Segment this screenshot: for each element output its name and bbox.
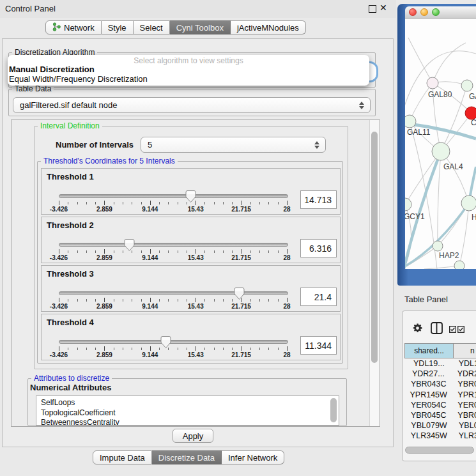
threshold-label: Threshold 4 bbox=[47, 318, 94, 327]
tab-style[interactable]: Style bbox=[102, 20, 134, 35]
gear-icon[interactable] bbox=[412, 323, 423, 336]
numerical-attributes-list[interactable]: SelfLoopsTopologicalCoefficientBetweenne… bbox=[36, 395, 339, 426]
slider-tick bbox=[259, 348, 260, 350]
threshold-slider-track[interactable] bbox=[59, 291, 288, 295]
threshold-slider-thumb[interactable] bbox=[234, 287, 245, 300]
network-node[interactable] bbox=[465, 107, 476, 119]
apply-button[interactable]: Apply bbox=[173, 429, 213, 443]
table-data-combobox[interactable]: galFiltered.sif default node bbox=[13, 97, 371, 113]
threshold-slider-track[interactable] bbox=[59, 340, 288, 344]
threshold-value-field[interactable]: 21.4 bbox=[300, 288, 337, 306]
slider-tick bbox=[232, 250, 233, 253]
slider-tick bbox=[123, 299, 123, 302]
slider-tick bbox=[168, 202, 169, 204]
minimize-traffic-light[interactable] bbox=[420, 8, 428, 16]
network-node[interactable] bbox=[454, 261, 464, 269]
cell-shared-name: YPR145W bbox=[404, 390, 452, 399]
slider-tick bbox=[196, 249, 196, 254]
slider-tick bbox=[214, 299, 215, 302]
table-row[interactable]: YER054CYER0 bbox=[404, 400, 476, 410]
slider-tick bbox=[86, 348, 87, 350]
network-node[interactable] bbox=[405, 115, 416, 128]
threshold-slider-thumb[interactable] bbox=[124, 238, 135, 252]
slider-tick bbox=[104, 298, 105, 302]
algorithm-hint: Select algorithm to view settings bbox=[8, 56, 369, 65]
slider-tick-label: 9.144 bbox=[142, 303, 158, 310]
slider-tick bbox=[159, 250, 160, 253]
slider-tick bbox=[132, 348, 132, 350]
threshold-value-field[interactable]: 14.713 bbox=[300, 190, 337, 209]
network-node[interactable] bbox=[461, 196, 476, 211]
float-window-icon[interactable] bbox=[369, 5, 376, 13]
slider-tick bbox=[178, 348, 178, 350]
tab-select[interactable]: Select bbox=[134, 20, 170, 35]
attributes-list-scrollbar-thumb[interactable] bbox=[330, 398, 337, 422]
tab-cyni-toolbox[interactable]: Cyni Toolbox bbox=[170, 20, 231, 35]
slider-tick-label: 28 bbox=[283, 351, 290, 358]
network-node[interactable] bbox=[432, 142, 450, 160]
slider-tick-label: 21.715 bbox=[231, 351, 251, 358]
threshold-value-field[interactable]: 6.316 bbox=[300, 239, 337, 257]
table-row[interactable]: YBL079WYBL0 bbox=[404, 420, 476, 431]
slider-tick bbox=[123, 202, 123, 204]
table-row[interactable]: YLR345WYLR3 bbox=[404, 431, 476, 440]
checkbox-icon[interactable] bbox=[449, 324, 456, 335]
slider-tick bbox=[59, 201, 59, 205]
network-node[interactable] bbox=[433, 241, 443, 251]
table-row[interactable]: YPR145WYPR1 bbox=[404, 390, 476, 400]
vertical-scrollbar[interactable] bbox=[369, 120, 380, 426]
table-row[interactable]: YBR045CYBR0 bbox=[404, 410, 476, 420]
attribute-list-item[interactable]: SelfLoops bbox=[41, 398, 339, 408]
threshold-slider-track[interactable] bbox=[59, 194, 288, 198]
table-header-name[interactable]: n bbox=[454, 343, 476, 358]
slider-tick-label: 28 bbox=[283, 303, 290, 310]
tab-jactivemnodules[interactable]: jActiveMNodules bbox=[231, 20, 306, 35]
split-columns-icon[interactable] bbox=[430, 321, 443, 337]
network-window-titlebar bbox=[405, 6, 476, 19]
combobox-arrows-icon bbox=[314, 141, 319, 149]
slider-tick-label: 21.715 bbox=[231, 206, 251, 213]
slider-tick bbox=[86, 202, 87, 204]
zoom-traffic-light[interactable] bbox=[432, 8, 440, 16]
table-panel-title: Table Panel bbox=[404, 295, 448, 304]
slider-tick bbox=[287, 298, 288, 302]
tab-impute-data[interactable]: Impute Data bbox=[93, 450, 152, 464]
network-canvas[interactable]: GAL80GACGAL11GAL4GCY1HHAP2 bbox=[405, 19, 476, 269]
tab-discretize-data[interactable]: Discretize Data bbox=[152, 450, 222, 464]
slider-tick bbox=[223, 299, 224, 302]
table-row[interactable]: YDR27...YDR2 bbox=[404, 369, 476, 379]
tab-infer-network[interactable]: Infer Network bbox=[222, 450, 284, 464]
cell-shared-name: YDR27... bbox=[404, 369, 452, 378]
table-row[interactable]: YDL19...YDL1 bbox=[404, 358, 476, 369]
slider-tick bbox=[77, 250, 78, 253]
slider-tick bbox=[178, 202, 178, 204]
slider-tick bbox=[68, 348, 68, 350]
algorithm-option-equal-width[interactable]: Equal Width/Frequency Discretization bbox=[9, 74, 148, 84]
network-node[interactable] bbox=[461, 80, 473, 91]
vertical-scrollbar-thumb[interactable] bbox=[371, 132, 378, 363]
algorithm-dropdown-popup: Select algorithm to view settings Manual… bbox=[8, 55, 369, 86]
attribute-list-item[interactable]: BetweennessCentrality bbox=[41, 418, 339, 426]
horizontal-scrollbar-thumb[interactable] bbox=[405, 447, 474, 454]
threshold-slider-thumb[interactable] bbox=[185, 190, 196, 203]
close-traffic-light[interactable] bbox=[409, 8, 417, 16]
close-icon[interactable]: ✕ bbox=[380, 3, 387, 13]
table-row[interactable]: YBR043CYBR0 bbox=[404, 379, 476, 389]
threshold-value-field[interactable]: 11.344 bbox=[300, 336, 337, 355]
slider-tick bbox=[141, 348, 142, 350]
slider-tick bbox=[232, 348, 233, 350]
slider-tick bbox=[287, 249, 288, 254]
number-of-intervals-combobox[interactable]: 5 bbox=[141, 137, 326, 153]
attribute-list-item[interactable]: TopologicalCoefficient bbox=[41, 408, 339, 418]
control-panel-title: Control Panel bbox=[5, 4, 56, 13]
threshold-slider-track[interactable] bbox=[59, 243, 288, 247]
network-node[interactable] bbox=[427, 77, 438, 89]
threshold-slider-thumb[interactable] bbox=[160, 335, 171, 349]
checkbox-icon[interactable] bbox=[457, 324, 464, 335]
tab-network[interactable]: Network bbox=[45, 20, 102, 35]
slider-tick bbox=[268, 299, 269, 302]
network-node[interactable] bbox=[405, 198, 411, 211]
algorithm-option-manual[interactable]: Manual Discretization bbox=[9, 65, 95, 74]
slider-tick bbox=[68, 202, 68, 204]
table-header-shared[interactable]: shared... bbox=[404, 343, 454, 358]
